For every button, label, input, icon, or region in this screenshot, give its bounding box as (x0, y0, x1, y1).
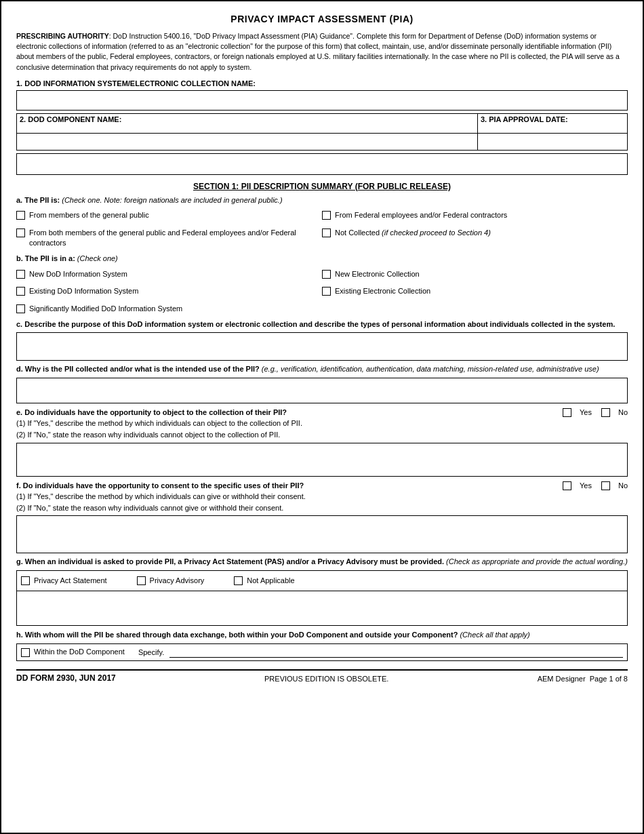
h-checkbox-1[interactable] (21, 648, 30, 657)
g-checkboxes-row: Privacy Act Statement Privacy Advisory N… (16, 570, 628, 591)
page-footer: DD FORM 2930, JUN 2017 PREVIOUS EDITION … (16, 669, 628, 683)
a-label-3: From both members of the general public … (29, 228, 322, 249)
section2-3-input-row (16, 134, 628, 151)
g-option-1: Privacy Act Statement (21, 576, 107, 586)
page-container: PRIVACY IMPACT ASSESSMENT (PIA) PRESCRIB… (0, 0, 644, 834)
prescribing-authority-text: PRESCRIBING AUTHORITY: DoD Instruction 5… (16, 31, 628, 73)
a-label-1: From members of the general public (29, 210, 149, 220)
g-label-3: Not Applicable (247, 576, 294, 586)
section2-input[interactable] (17, 134, 478, 150)
f-yes-no: Yes No (563, 481, 628, 490)
e-sub1-text: (1) If "Yes," describe the method by whi… (16, 418, 628, 429)
a-col-left: From members of the general public From … (16, 208, 322, 250)
f-sub2-text: (2) If "No," state the reason why indivi… (16, 503, 628, 513)
b-checkbox-2[interactable] (322, 270, 331, 279)
a-checkbox-2[interactable] (322, 211, 331, 220)
f-no-checkbox[interactable] (601, 481, 610, 490)
e-answer-box[interactable] (16, 443, 628, 477)
f-no-label: No (618, 481, 628, 490)
question-f-text: f. Do individuals have the opportunity t… (16, 481, 556, 490)
h-within-label: Within the DoD Component (34, 647, 125, 657)
b-option-3: Existing DoD Information System (16, 286, 322, 296)
section3-area: 3. PIA APPROVAL DATE: (478, 114, 627, 133)
b-option-2: New Electronic Collection (322, 269, 628, 279)
d-answer-box[interactable] (16, 378, 628, 403)
g-checkbox-2[interactable] (137, 576, 146, 585)
section2-area: 2. DOD COMPONENT NAME: (17, 114, 478, 133)
prescribing-label: PRESCRIBING AUTHORITY (16, 32, 109, 40)
h-specify-row: Within the DoD Component Specify. (16, 643, 628, 661)
b-label-2: New Electronic Collection (335, 269, 420, 279)
g-checkbox-3[interactable] (234, 576, 243, 585)
g-label-2: Privacy Advisory (150, 576, 205, 586)
question-e-text: e. Do individuals have the opportunity t… (16, 408, 556, 416)
a-options: From members of the general public From … (16, 208, 628, 250)
f-yes-checkbox[interactable] (563, 481, 571, 490)
e-yes-no: Yes No (563, 408, 628, 417)
e-yes-label: Yes (580, 408, 592, 416)
a-col-right: From Federal employees and/or Federal co… (322, 208, 628, 250)
a-checkbox-4[interactable] (322, 229, 331, 237)
section1-input-box[interactable] (16, 90, 628, 111)
f-sub1-text: (1) If "Yes," describe the method by whi… (16, 492, 628, 502)
b-label-1: New DoD Information System (29, 269, 127, 279)
a-label-2: From Federal employees and/or Federal co… (335, 210, 507, 220)
section2-label: 2. DOD COMPONENT NAME: (20, 115, 475, 123)
b-checkbox-5[interactable] (16, 304, 25, 313)
footer-page: Page 1 of 8 (590, 675, 628, 683)
g-checkbox-1[interactable] (21, 576, 30, 585)
b-label-3: Existing DoD Information System (29, 286, 138, 296)
b-option-5: Significantly Modified DoD Information S… (16, 304, 322, 314)
question-e-row: e. Do individuals have the opportunity t… (16, 408, 628, 417)
g-option-3: Not Applicable (234, 576, 294, 586)
section1-header: SECTION 1: PII DESCRIPTION SUMMARY (FOR … (16, 182, 628, 191)
b-options: New DoD Information System Existing DoD … (16, 267, 628, 316)
footer-obsolete: PREVIOUS EDITION IS OBSOLETE. (264, 675, 388, 683)
g-label-1: Privacy Act Statement (34, 576, 107, 586)
b-label-5: Significantly Modified DoD Information S… (29, 304, 182, 314)
b-checkbox-4[interactable] (322, 287, 331, 296)
question-d-text: d. Why is the PII collected and/or what … (16, 364, 628, 374)
section1-label: 1. DOD INFORMATION SYSTEM/ELECTRONIC COL… (16, 79, 628, 87)
h-specify-input[interactable] (169, 647, 623, 658)
footer-form-number: DD FORM 2930, JUN 2017 (16, 673, 116, 683)
question-a-text: a. The PII is: (Check one. Note: foreign… (16, 195, 628, 205)
question-f-row: f. Do individuals have the opportunity t… (16, 481, 628, 490)
b-checkbox-3[interactable] (16, 287, 25, 296)
e-sub2-text: (2) If "No," state the reason why indivi… (16, 430, 628, 440)
b-label-4: Existing Electronic Collection (335, 286, 430, 296)
f-yes-label: Yes (580, 481, 592, 490)
page-title: PRIVACY IMPACT ASSESSMENT (PIA) (16, 14, 628, 24)
a-checkbox-1[interactable] (16, 211, 25, 220)
extra-field-box[interactable] (16, 153, 628, 175)
a-option-2: From Federal employees and/or Federal co… (322, 210, 628, 220)
e-no-label: No (618, 408, 628, 416)
h-specify-label: Specify. (138, 648, 164, 656)
g-option-2: Privacy Advisory (137, 576, 205, 586)
question-b-text: b. The PII is in a: (Check one) (16, 254, 628, 264)
footer-designer: AEM Designer (538, 675, 586, 683)
b-option-4: Existing Electronic Collection (322, 286, 628, 296)
c-answer-box[interactable] (16, 332, 628, 361)
section2-3-row: 2. DOD COMPONENT NAME: 3. PIA APPROVAL D… (16, 113, 628, 134)
b-option-1: New DoD Information System (16, 269, 322, 279)
g-answer-box[interactable] (16, 591, 628, 626)
footer-right-info: AEM Designer Page 1 of 8 (538, 675, 628, 683)
e-no-checkbox[interactable] (601, 408, 610, 417)
b-checkbox-1[interactable] (16, 270, 25, 279)
a-checkbox-3[interactable] (16, 229, 25, 237)
e-yes-checkbox[interactable] (563, 408, 571, 417)
f-answer-box[interactable] (16, 515, 628, 553)
a-option-1: From members of the general public (16, 210, 322, 220)
a-option-4: Not Collected (if checked proceed to Sec… (322, 228, 628, 238)
section3-input[interactable] (478, 134, 627, 150)
question-c-text: c. Describe the purpose of this DoD info… (16, 319, 628, 330)
question-h-text: h. With whom will the PII be shared thro… (16, 630, 628, 640)
b-col-left: New DoD Information System Existing DoD … (16, 267, 322, 316)
section3-label: 3. PIA APPROVAL DATE: (481, 115, 624, 123)
a-label-4: Not Collected (if checked proceed to Sec… (335, 228, 491, 238)
question-g-text: g. When an individual is asked to provid… (16, 557, 628, 567)
a-option-3: From both members of the general public … (16, 228, 322, 249)
b-col-right: New Electronic Collection Existing Elect… (322, 267, 628, 316)
